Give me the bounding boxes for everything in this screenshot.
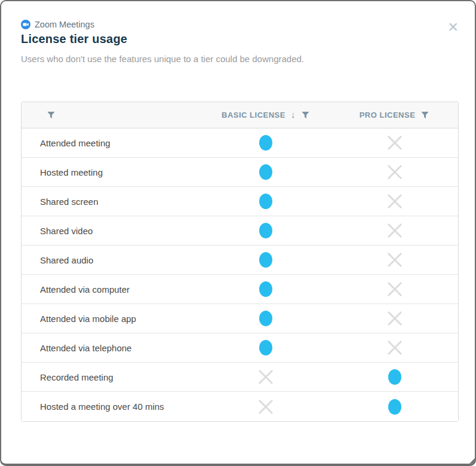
- basic-license-cell: [201, 223, 331, 238]
- table-header-row: BASIC LICENSE ↓ PRO LICENSE: [22, 102, 458, 128]
- feature-label: Attended via mobile app: [22, 314, 201, 324]
- resize-corner: [469, 458, 475, 464]
- excluded-x-icon: [257, 399, 274, 415]
- subtitle: Users who don't use the features unique …: [21, 54, 433, 64]
- pro-license-cell: [331, 369, 458, 385]
- excluded-x-icon: [386, 223, 403, 238]
- excluded-x-icon: [257, 369, 274, 385]
- basic-license-cell: [201, 340, 331, 355]
- modal-header: Zoom Meetings License tier usage Users w…: [21, 20, 433, 64]
- basic-license-cell: [201, 399, 331, 415]
- pro-license-cell: [331, 252, 458, 268]
- filter-icon[interactable]: [47, 111, 56, 119]
- table-row: Attended via mobile app: [22, 304, 458, 333]
- pro-license-cell: [331, 194, 458, 209]
- table-row: Shared audio: [22, 246, 458, 275]
- feature-label: Hosted a meeting over 40 mins: [22, 401, 201, 412]
- pro-license-label: PRO LICENSE: [360, 111, 416, 119]
- license-tier-modal: Zoom Meetings License tier usage Users w…: [0, 0, 476, 466]
- pro-license-cell: [331, 281, 458, 297]
- excluded-x-icon: [386, 194, 403, 209]
- sort-desc-icon: ↓: [291, 109, 296, 119]
- feature-column-header: [22, 111, 201, 119]
- feature-label: Attended meeting: [22, 138, 201, 148]
- basic-license-cell: [201, 369, 331, 385]
- table-row: Hosted a meeting over 40 mins: [22, 392, 458, 421]
- included-dot-icon: [259, 194, 272, 209]
- app-row: Zoom Meetings: [21, 20, 433, 29]
- feature-label: Attended via computer: [22, 284, 201, 295]
- excluded-x-icon: [386, 252, 403, 268]
- included-dot-icon: [259, 223, 272, 238]
- table-row: Shared screen: [22, 187, 458, 216]
- basic-license-cell: [201, 194, 331, 209]
- included-dot-icon: [388, 399, 401, 415]
- included-dot-icon: [259, 281, 272, 297]
- basic-license-cell: [201, 311, 331, 326]
- excluded-x-icon: [386, 135, 403, 151]
- table-row: Attended via computer: [22, 275, 458, 304]
- app-name: Zoom Meetings: [35, 20, 94, 29]
- basic-license-sort[interactable]: BASIC LICENSE ↓: [222, 110, 310, 120]
- pro-license-cell: [331, 164, 458, 180]
- pro-license-cell: [331, 135, 458, 151]
- table-row: Recorded meeting: [22, 363, 458, 392]
- feature-label: Recorded meeting: [22, 372, 201, 382]
- excluded-x-icon: [386, 281, 403, 297]
- included-dot-icon: [259, 164, 272, 180]
- table-body: Attended meetingHosted meetingShared scr…: [22, 128, 458, 421]
- basic-license-cell: [201, 135, 331, 151]
- table-row: Attended meeting: [22, 128, 458, 158]
- included-dot-icon: [259, 252, 272, 268]
- feature-label: Shared screen: [22, 197, 201, 207]
- included-dot-icon: [259, 340, 272, 355]
- license-table: BASIC LICENSE ↓ PRO LICENSE Attended mee…: [21, 102, 459, 422]
- pro-license-column-header: PRO LICENSE: [331, 111, 458, 119]
- excluded-x-icon: [386, 164, 403, 180]
- basic-license-cell: [201, 164, 331, 180]
- table-row: Hosted meeting: [22, 158, 458, 187]
- pro-license-cell: [331, 311, 458, 326]
- zoom-meetings-icon: [21, 20, 30, 29]
- basic-license-cell: [201, 252, 331, 268]
- pro-license-sort[interactable]: PRO LICENSE: [360, 111, 430, 119]
- page-title: License tier usage: [21, 32, 433, 46]
- filter-icon[interactable]: [420, 111, 429, 119]
- basic-license-label: BASIC LICENSE: [222, 111, 285, 119]
- table-row: Shared video: [22, 216, 458, 246]
- feature-label: Shared audio: [22, 255, 201, 265]
- pro-license-cell: [331, 399, 458, 415]
- feature-label: Shared video: [22, 226, 201, 236]
- filter-icon[interactable]: [301, 111, 310, 119]
- feature-label: Hosted meeting: [22, 167, 201, 177]
- included-dot-icon: [259, 311, 272, 326]
- included-dot-icon: [259, 135, 272, 151]
- excluded-x-icon: [386, 340, 403, 355]
- basic-license-cell: [201, 281, 331, 297]
- excluded-x-icon: [386, 311, 403, 326]
- table-row: Attended via telephone: [22, 333, 458, 363]
- close-button[interactable]: ✕: [448, 21, 459, 34]
- basic-license-column-header: BASIC LICENSE ↓: [201, 110, 331, 120]
- included-dot-icon: [388, 369, 401, 385]
- pro-license-cell: [331, 223, 458, 238]
- feature-label: Attended via telephone: [22, 343, 201, 353]
- pro-license-cell: [331, 340, 458, 355]
